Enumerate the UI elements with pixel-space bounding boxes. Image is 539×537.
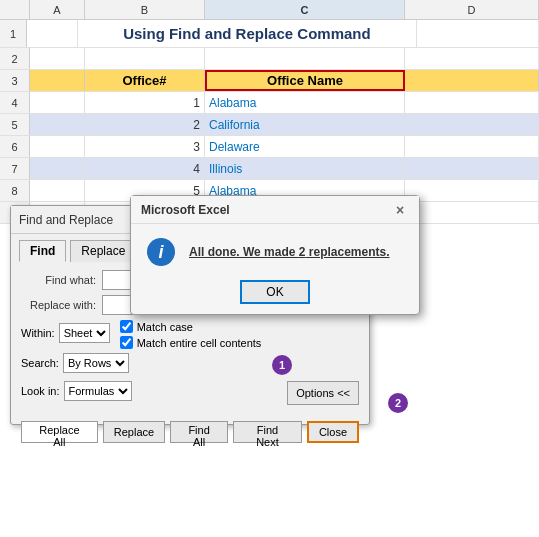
search-row: Search: By Rows — [21, 353, 129, 373]
excel-count: 2 — [299, 245, 306, 259]
cell-title: Using Find and Replace Command — [78, 20, 417, 47]
replace-all-button[interactable]: Replace All — [21, 421, 98, 443]
ss-row-6: 6 3 Delaware — [0, 136, 539, 158]
match-entire-checkbox[interactable] — [120, 336, 133, 349]
fr-buttons: Replace All Replace Find All Find Next C… — [11, 421, 369, 451]
within-label: Within: — [21, 327, 55, 339]
excel-message: All done. We made 2 replacements. — [189, 245, 390, 259]
find-next-button[interactable]: Find Next — [233, 421, 302, 443]
col-headers: A B C D — [0, 0, 539, 20]
find-all-button[interactable]: Find All — [170, 421, 228, 443]
match-case-item: Match case — [120, 320, 262, 333]
tab-replace[interactable]: Replace — [70, 240, 136, 262]
excel-dialog-body: i All done. We made 2 replacements. — [131, 224, 419, 276]
ss-row-4: 4 1 Alabama — [0, 92, 539, 114]
tab-find[interactable]: Find — [19, 240, 66, 262]
excel-close-button[interactable]: × — [391, 201, 409, 219]
ss-row-2: 2 — [0, 48, 539, 70]
ok-button[interactable]: OK — [240, 280, 309, 304]
excel-dialog-footer: OK — [131, 276, 419, 314]
close-button[interactable]: Close — [307, 421, 359, 443]
badge-2: 2 — [388, 393, 408, 413]
replace-with-label: Replace with: — [21, 299, 96, 311]
options-button[interactable]: Options << — [287, 381, 359, 405]
match-case-label: Match case — [137, 321, 193, 333]
header-office-name: Office Name — [205, 70, 405, 91]
ss-row-1: 1 Using Find and Replace Command — [0, 20, 539, 48]
match-case-checkbox[interactable] — [120, 320, 133, 333]
badge-1: 1 — [272, 355, 292, 375]
col-header-a: A — [30, 0, 85, 19]
checkbox-group: Match case Match entire cell contents — [120, 320, 262, 349]
look-in-select[interactable]: Formulas — [64, 381, 132, 401]
excel-msg-prefix: All done. We made — [189, 245, 299, 259]
look-in-row: Look in: Formulas — [21, 381, 132, 401]
match-entire-label: Match entire cell contents — [137, 337, 262, 349]
find-what-label: Find what: — [21, 274, 96, 286]
within-row: Within: Sheet — [21, 320, 110, 345]
col-header-b: B — [85, 0, 205, 19]
col-header-c: C — [205, 0, 405, 19]
replace-button[interactable]: Replace — [103, 421, 165, 443]
excel-dialog-title-text: Microsoft Excel — [141, 203, 230, 217]
col-header-d: D — [405, 0, 539, 19]
cell-1a — [27, 20, 78, 47]
col-header-rownum — [0, 0, 30, 19]
cell-1d — [417, 20, 539, 47]
spreadsheet-body: 1 Using Find and Replace Command 2 3 Off… — [0, 20, 539, 224]
ss-row-7: 7 4 Illinois — [0, 158, 539, 180]
search-label: Search: — [21, 357, 59, 369]
within-select[interactable]: Sheet — [59, 323, 110, 343]
excel-dialog-title-bar: Microsoft Excel × — [131, 196, 419, 224]
ss-row-3: 3 Office# Office Name — [0, 70, 539, 92]
search-select[interactable]: By Rows — [63, 353, 129, 373]
ss-row-5: 5 2 California — [0, 114, 539, 136]
find-replace-title: Find and Replace — [19, 213, 113, 227]
match-entire-item: Match entire cell contents — [120, 336, 262, 349]
excel-dialog: Microsoft Excel × i All done. We made 2 … — [130, 195, 420, 315]
excel-msg-suffix: replacements. — [306, 245, 390, 259]
header-office-num: Office# — [85, 70, 205, 91]
look-in-label: Look in: — [21, 385, 60, 397]
info-icon: i — [147, 238, 175, 266]
